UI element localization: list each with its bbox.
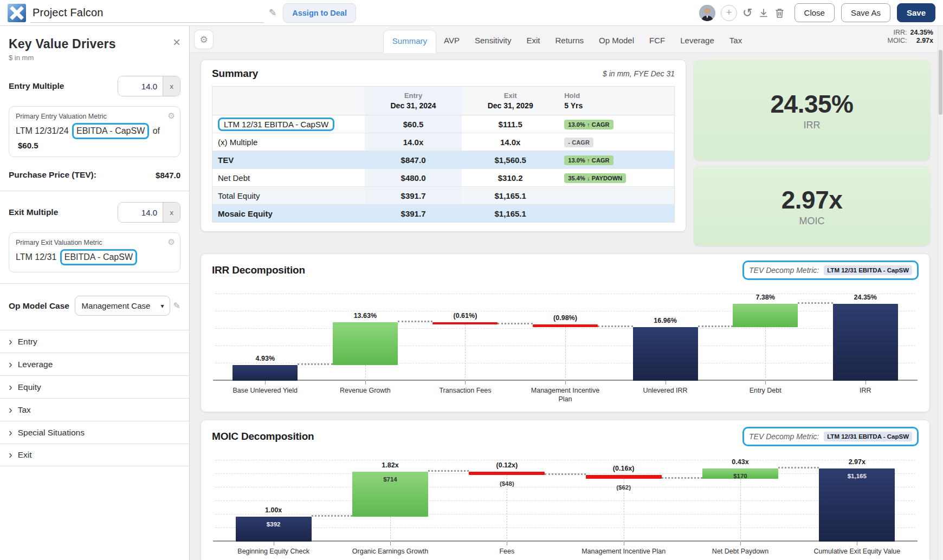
exit-multiple-field: x	[118, 202, 180, 223]
waterfall-bar	[232, 365, 298, 381]
tab-summary[interactable]: Summary	[383, 30, 436, 53]
gear-icon[interactable]: ⚙	[168, 111, 175, 121]
tab-returns[interactable]: Returns	[547, 29, 591, 53]
accordion-label: Leverage	[18, 360, 53, 369]
chevron-right-icon: ›	[9, 359, 12, 369]
hold-badge: 13.0% ↑ CAGR	[564, 155, 613, 165]
bar-value-label: (0.12x)	[449, 461, 565, 469]
category-label: Organic Earnings Growth	[332, 547, 448, 556]
accordion-label: Entry	[18, 337, 37, 347]
row-label-cell: (x) Multiple	[212, 133, 365, 151]
exit-value-cell: $310.2	[462, 169, 559, 187]
exit-multiple-input[interactable]	[118, 203, 163, 222]
scrollbar-thumb[interactable]	[939, 50, 942, 115]
tab-exit[interactable]: Exit	[519, 29, 547, 53]
waterfall-connector	[298, 363, 333, 365]
tev-decomp-metric-control[interactable]: TEV Decomp Metric: LTM 12/31 EBITDA - Ca…	[742, 427, 919, 446]
sidebar-accordion-leverage[interactable]: ›Leverage	[0, 353, 189, 375]
download-icon[interactable]	[758, 8, 769, 18]
tev-decomp-value-chip[interactable]: LTM 12/31 EBITDA - CapSW	[824, 432, 912, 441]
category-label: IRR	[815, 386, 915, 404]
entry-metric-chip[interactable]: EBITDA - CapSW	[72, 123, 149, 139]
summary-units-note: $ in mm, FYE Dec 31	[603, 69, 675, 78]
category-labels: Beginning Equity CheckOrganic Earnings G…	[215, 547, 915, 556]
tab-tax[interactable]: Tax	[722, 29, 750, 53]
entry-multiple-input[interactable]	[118, 76, 163, 96]
project-title-field[interactable]: Project Falcon	[30, 3, 263, 23]
key-value-drivers-sidebar: × Key Value Drivers $ in mm Entry Multip…	[0, 26, 190, 560]
tab-leverage[interactable]: Leverage	[673, 29, 722, 53]
waterfall-connector	[598, 325, 633, 327]
waterfall-stem	[740, 479, 741, 541]
tab-fcf[interactable]: FCF	[642, 29, 673, 53]
gridline	[215, 311, 915, 311]
entry-value-cell: $847.0	[365, 151, 462, 169]
axis-tick	[857, 542, 857, 545]
gear-icon[interactable]: ⚙	[168, 237, 175, 247]
bar-value-label: 7.38%	[715, 294, 816, 301]
exit-metric-chip[interactable]: EBITDA - CapSW	[60, 249, 137, 265]
waterfall-bar	[833, 304, 898, 381]
summary-col-entry: EntryDec 31, 2024	[365, 87, 462, 115]
waterfall-bar	[533, 324, 598, 328]
history-icon[interactable]: ↺	[742, 6, 752, 20]
hold-cell	[559, 187, 674, 205]
save-button[interactable]: Save	[897, 3, 935, 22]
bar-value-label: 16.96%	[615, 317, 715, 324]
waterfall-connector	[698, 325, 733, 327]
mosaic-logo	[8, 4, 26, 22]
column-label: Entry	[370, 92, 456, 100]
sidebar-title: Key Value Drivers	[9, 37, 180, 51]
edit-case-icon[interactable]: ✎	[173, 301, 180, 311]
exit-multiple-label: Exit Multiple	[9, 207, 58, 217]
user-avatar[interactable]	[699, 5, 715, 21]
waterfall-bar	[432, 322, 498, 324]
hold-cell	[559, 205, 674, 223]
op-model-case-select[interactable]: Management Case ▾	[75, 296, 170, 316]
table-row: Total Equity$391.7$1,165.1	[212, 187, 675, 205]
save-as-button[interactable]: Save As	[841, 3, 890, 22]
tab-op-model[interactable]: Op Model	[591, 29, 642, 53]
waterfall-stem	[465, 324, 466, 381]
entry-metric-label: Primary Entry Valuation Metric	[16, 113, 173, 120]
selected-metric-chip[interactable]: LTM 12/31 EBITDA - CapSW	[218, 118, 334, 131]
waterfall-connector	[798, 302, 833, 304]
axis-tick	[390, 542, 391, 545]
edit-title-pencil-icon[interactable]: ✎	[269, 7, 276, 18]
tab-avp[interactable]: AVP	[436, 29, 467, 53]
purchase-price-value: $847.0	[156, 171, 180, 180]
waterfall-bar	[633, 327, 698, 381]
gridline	[215, 500, 915, 501]
entry-value-cell: $391.7	[365, 205, 462, 223]
axis-tick	[666, 381, 666, 385]
close-button[interactable]: Close	[795, 3, 835, 22]
table-row: (x) Multiple14.0x14.0x- CAGR	[212, 133, 675, 151]
entry-multiple-label: Entry Multiple	[9, 81, 64, 91]
x-axis	[213, 541, 918, 542]
sidebar-accordion-tax[interactable]: ›Tax	[0, 398, 189, 421]
chevron-down-icon: ▾	[161, 302, 164, 310]
summary-table-body: LTM 12/31 EBITDA - CapSW$60.5$111.513.0%…	[212, 115, 675, 223]
divider	[0, 283, 189, 284]
category-label: Fees	[449, 547, 565, 556]
chevron-right-icon: ›	[9, 336, 12, 347]
irr-decomposition-panel: IRR Decomposition TEV Decomp Metric: LTM…	[201, 253, 930, 412]
summary-header-spacer	[212, 87, 365, 115]
axis-tick	[624, 542, 624, 545]
tev-decomp-metric-control[interactable]: TEV Decomp Metric: LTM 12/31 EBITDA - Ca…	[742, 261, 919, 280]
sidebar-accordion-exit[interactable]: ›Exit	[0, 444, 189, 466]
add-collaborator-icon[interactable]: +	[721, 5, 737, 21]
sidebar-accordion-entry[interactable]: ›Entry	[0, 330, 189, 353]
waterfall-connector	[498, 323, 533, 324]
tev-decomp-value-chip[interactable]: LTM 12/31 EBITDA - CapSW	[824, 265, 912, 275]
sidebar-close-icon[interactable]: ×	[173, 36, 180, 49]
sidebar-accordion-special-situations[interactable]: ›Special Situations	[0, 421, 189, 444]
tab-sensitivity[interactable]: Sensitivity	[467, 29, 519, 53]
assign-to-deal-button[interactable]: Assign to Deal	[283, 3, 356, 23]
table-row: TEV$847.0$1,560.513.0% ↑ CAGR	[212, 151, 675, 169]
sidebar-accordion-equity[interactable]: ›Equity	[0, 375, 189, 398]
delete-trash-icon[interactable]	[774, 8, 785, 18]
purchase-price-label: Purchase Price (TEV):	[9, 170, 96, 180]
table-row: Mosaic Equity$391.7$1,165.1	[212, 205, 675, 223]
category-label: Management Incentive Plan	[515, 386, 616, 404]
